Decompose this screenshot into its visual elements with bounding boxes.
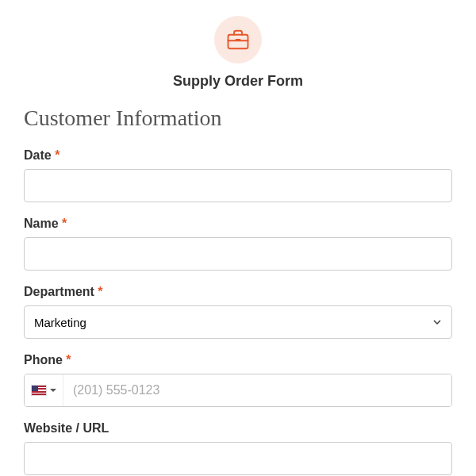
website-field: Website / URL: [24, 421, 452, 475]
form-header: Supply Order Form: [24, 16, 452, 90]
phone-field: Phone *: [24, 353, 452, 407]
phone-label: Phone *: [24, 353, 452, 367]
phone-label-text: Phone: [24, 353, 63, 367]
form-title: Supply Order Form: [24, 73, 452, 90]
section-title: Customer Information: [24, 106, 452, 131]
required-mark: *: [62, 217, 67, 230]
name-label: Name *: [24, 217, 452, 231]
department-label: Department *: [24, 285, 452, 299]
name-field: Name *: [24, 217, 452, 271]
department-select[interactable]: Marketing: [24, 305, 452, 339]
phone-input[interactable]: [63, 374, 451, 406]
svg-rect-0: [228, 35, 248, 49]
website-label-text: Website / URL: [24, 421, 109, 435]
date-label-text: Date: [24, 148, 52, 162]
required-mark: *: [98, 285, 102, 298]
chevron-down-icon: [50, 389, 56, 392]
name-label-text: Name: [24, 217, 59, 230]
website-input[interactable]: [24, 442, 452, 475]
website-label: Website / URL: [24, 421, 452, 436]
us-flag-icon: [31, 385, 47, 396]
briefcase-icon: [214, 16, 262, 63]
department-field: Department * Marketing: [24, 285, 452, 339]
date-label: Date *: [24, 148, 452, 163]
name-input[interactable]: [24, 237, 452, 271]
date-input[interactable]: [24, 169, 452, 202]
country-flag-button[interactable]: [25, 374, 63, 406]
required-mark: *: [55, 148, 60, 162]
date-field: Date *: [24, 148, 452, 202]
phone-input-wrapper: [24, 374, 452, 407]
required-mark: *: [66, 353, 71, 367]
department-label-text: Department: [24, 285, 94, 298]
